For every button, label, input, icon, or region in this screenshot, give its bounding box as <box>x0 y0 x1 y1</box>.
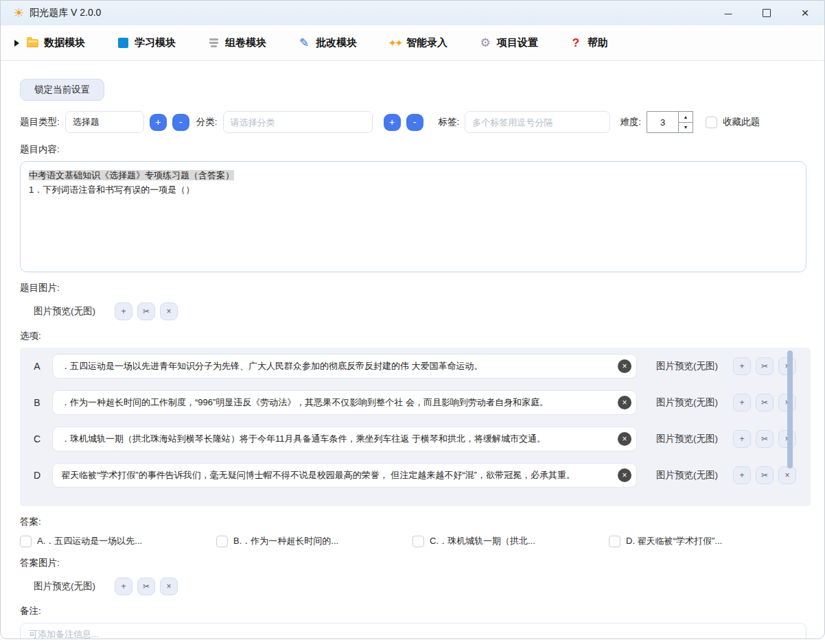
question-content-label: 题目内容: <box>20 143 805 156</box>
difficulty-label: 难度: <box>620 116 641 128</box>
tags-label: 标签: <box>439 116 460 128</box>
question-image-row: 图片预览(无图) + ✂ × <box>34 302 805 320</box>
option-c-image-preview: 图片预览(无图) <box>656 433 718 445</box>
options-scrollbar[interactable] <box>787 350 793 503</box>
option-d-clear-icon[interactable]: × <box>618 468 631 482</box>
difficulty-input[interactable] <box>647 111 678 133</box>
favorite-checkbox[interactable] <box>706 117 717 128</box>
answer-a-checkbox[interactable] <box>20 536 32 547</box>
options-scrollbar-thumb[interactable] <box>787 350 793 468</box>
answer-item-d: D. 翟天临被“学术打假”... <box>609 535 805 547</box>
option-letter: C <box>28 433 46 444</box>
menu-study-module[interactable]: 学习模块 <box>117 36 176 49</box>
type-add-button[interactable]: + <box>150 114 167 131</box>
maximize-button[interactable] <box>747 1 786 25</box>
option-d-image-cut-icon[interactable]: ✂ <box>756 466 774 484</box>
answer-image-delete-button[interactable]: × <box>160 577 178 595</box>
answer-item-a: A.．五四运动是一场以先... <box>20 535 216 547</box>
list-lines-icon <box>207 37 220 49</box>
folder-icon <box>26 37 38 49</box>
category-label: 分类: <box>196 116 218 128</box>
sparkle-icon: ✦✦ <box>388 37 401 49</box>
answers-label: 答案: <box>20 516 805 528</box>
option-row-b: B × 图片预览(无图) + ✂ × <box>20 390 811 415</box>
option-b-image-add-button[interactable]: + <box>733 394 751 412</box>
question-type-input[interactable] <box>65 111 144 133</box>
gear-icon: ⚙ <box>479 37 491 49</box>
app-sun-icon: ☀ <box>13 7 24 19</box>
menu-project-settings[interactable]: ⚙ 项目设置 <box>479 36 538 49</box>
background-window-strip <box>0 639 825 644</box>
note-label: 备注: <box>20 605 805 617</box>
option-c-input[interactable] <box>52 427 637 451</box>
answer-a-label: A.．五四运动是一场以先... <box>37 535 142 547</box>
menu-help[interactable]: ? 帮助 <box>570 36 608 49</box>
answer-image-cut-icon[interactable]: ✂ <box>137 577 155 595</box>
option-c-clear-icon[interactable]: × <box>618 432 631 446</box>
option-letter: B <box>28 397 46 408</box>
title-bar: ☀ 阳光题库 V 2.0.0 ─ × <box>1 1 824 25</box>
option-c-image-cut-icon[interactable]: ✂ <box>756 430 774 448</box>
category-add-button[interactable]: + <box>384 114 401 131</box>
difficulty-down-icon[interactable]: ▼ <box>678 122 693 134</box>
answers-row: A.．五四运动是一场以先... B.．作为一种超长时间的... C.．珠机城轨一… <box>20 535 805 547</box>
play-arrow-icon <box>14 40 19 47</box>
answer-b-checkbox[interactable] <box>216 536 228 547</box>
menu-paper-module[interactable]: 组卷模块 <box>207 36 266 49</box>
question-image-label: 题目图片: <box>20 282 805 294</box>
answer-item-c: C.．珠机城轨一期（拱北... <box>412 535 609 547</box>
menu-data-module[interactable]: 数据模块 <box>26 36 85 49</box>
answer-image-add-button[interactable]: + <box>115 577 132 595</box>
option-row-d: D × 图片预览(无图) + ✂ × <box>20 463 811 488</box>
type-remove-button[interactable]: - <box>172 114 189 131</box>
question-content-textarea[interactable]: 中考语文基础知识《选择题》专项练习题（含答案） 1．下列词语注音和书写有误的一项… <box>20 161 806 272</box>
option-a-image-preview: 图片预览(无图) <box>656 360 718 372</box>
options-label: 选项: <box>20 330 805 342</box>
option-letter: A <box>28 361 46 372</box>
option-row-a: A × 图片预览(无图) + ✂ × <box>20 354 811 379</box>
blue-square-icon <box>117 37 129 49</box>
answer-item-b: B.．作为一种超长时间的... <box>216 535 412 547</box>
question-image-cut-icon[interactable]: ✂ <box>137 302 155 320</box>
menu-grading-module[interactable]: ✎ 批改模块 <box>298 36 357 49</box>
question-image-add-button[interactable]: + <box>115 302 132 320</box>
tags-input[interactable] <box>465 111 610 133</box>
app-window: ☀ 阳光题库 V 2.0.0 ─ × 数据模块 学习模块 组卷模块 ✎ 批改模块… <box>0 0 825 639</box>
option-row-c: C × 图片预览(无图) + ✂ × <box>20 427 811 451</box>
option-a-image-add-button[interactable]: + <box>733 357 751 375</box>
category-remove-button[interactable]: - <box>406 114 423 131</box>
answer-image-preview: 图片预览(无图) <box>34 580 95 593</box>
type-label: 题目类型: <box>20 116 60 128</box>
favorite-label: 收藏此题 <box>723 116 760 128</box>
note-input[interactable] <box>20 623 806 639</box>
option-b-clear-icon[interactable]: × <box>618 396 631 409</box>
category-input[interactable] <box>223 111 373 133</box>
lock-settings-button[interactable]: 锁定当前设置 <box>20 79 104 101</box>
answer-image-label: 答案图片: <box>20 557 805 569</box>
option-d-input[interactable] <box>52 463 637 488</box>
option-d-image-preview: 图片预览(无图) <box>656 469 718 481</box>
option-a-image-cut-icon[interactable]: ✂ <box>756 357 774 375</box>
option-a-clear-icon[interactable]: × <box>618 359 631 373</box>
answer-c-label: C.．珠机城轨一期（拱北... <box>430 535 535 547</box>
option-b-image-preview: 图片预览(无图) <box>656 396 718 409</box>
minimize-button[interactable]: ─ <box>709 1 747 25</box>
pen-icon: ✎ <box>298 37 310 49</box>
answer-b-label: B.．作为一种超长时间的... <box>233 535 338 547</box>
options-panel: A × 图片预览(无图) + ✂ × B × 图片预览(无图) + ✂ <box>20 348 811 506</box>
question-image-delete-button[interactable]: × <box>160 302 178 320</box>
answer-c-checkbox[interactable] <box>412 536 424 547</box>
question-meta-row: 题目类型: + - 分类: + - 标签: 难度: ▲ ▼ 收藏此题 <box>20 110 805 134</box>
answer-d-checkbox[interactable] <box>609 536 620 547</box>
menu-smart-entry[interactable]: ✦✦ 智能录入 <box>388 36 448 49</box>
option-d-image-add-button[interactable]: + <box>733 466 751 484</box>
menu-bar: 数据模块 学习模块 组卷模块 ✎ 批改模块 ✦✦ 智能录入 ⚙ 项目设置 ? 帮… <box>1 25 824 61</box>
close-button[interactable]: × <box>786 1 824 25</box>
option-b-image-cut-icon[interactable]: ✂ <box>756 394 774 412</box>
difficulty-up-icon[interactable]: ▲ <box>678 111 693 122</box>
question-line-1: 中考语文基础知识《选择题》专项练习题（含答案） <box>29 170 234 180</box>
option-letter: D <box>28 470 46 481</box>
option-a-input[interactable] <box>52 354 637 379</box>
option-b-input[interactable] <box>52 390 637 415</box>
option-c-image-add-button[interactable]: + <box>733 430 751 448</box>
